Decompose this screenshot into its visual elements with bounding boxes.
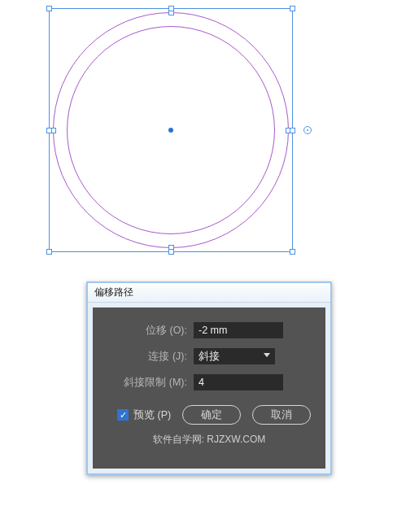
joins-label: 连接 (J):	[104, 350, 194, 364]
joins-row: 连接 (J): 斜接	[104, 345, 314, 368]
resize-handle-top-right[interactable]	[290, 6, 295, 11]
resize-handle-top-left[interactable]	[46, 6, 52, 11]
joins-select[interactable]: 斜接	[194, 348, 275, 364]
resize-handle-bottom-right[interactable]	[290, 249, 295, 255]
dialog-body: 位移 (O): 连接 (J): 斜接 斜接限制 (M): ✓ 预览 (P) 确定…	[93, 307, 325, 469]
dialog-title: 偏移路径	[94, 286, 133, 299]
offset-input[interactable]	[194, 322, 283, 338]
offset-path-dialog: 偏移路径 位移 (O): 连接 (J): 斜接 斜接限制 (M): ✓ 预览 (…	[86, 281, 332, 475]
live-shape-widget[interactable]	[303, 126, 312, 134]
dialog-action-row: ✓ 预览 (P) 确定 取消	[104, 405, 314, 425]
watermark-footer: 软件自学网: RJZXW.COM	[104, 433, 314, 447]
resize-handle-right[interactable]	[290, 128, 295, 133]
resize-handle-bottom[interactable]	[168, 249, 174, 255]
offset-label: 位移 (O):	[104, 324, 194, 338]
watermark-right: RJZXW.COM	[207, 434, 265, 445]
resize-handle-left[interactable]	[46, 128, 52, 133]
miter-limit-label: 斜接限制 (M):	[104, 376, 194, 390]
preview-checkbox[interactable]: ✓ 预览 (P)	[117, 408, 171, 422]
resize-handle-top[interactable]	[168, 6, 174, 11]
ok-button[interactable]: 确定	[182, 405, 241, 425]
preview-label: 预览 (P)	[133, 408, 171, 422]
canvas-area[interactable]	[49, 8, 293, 252]
cancel-button[interactable]: 取消	[252, 405, 311, 425]
dialog-titlebar[interactable]: 偏移路径	[88, 283, 330, 303]
check-icon: ✓	[117, 409, 129, 421]
offset-row: 位移 (O):	[104, 319, 314, 342]
bounding-box[interactable]	[49, 8, 293, 252]
watermark-left: 软件自学网:	[153, 434, 204, 445]
resize-handle-bottom-left[interactable]	[46, 249, 52, 255]
miter-limit-input[interactable]	[194, 374, 283, 390]
miter-row: 斜接限制 (M):	[104, 371, 314, 394]
